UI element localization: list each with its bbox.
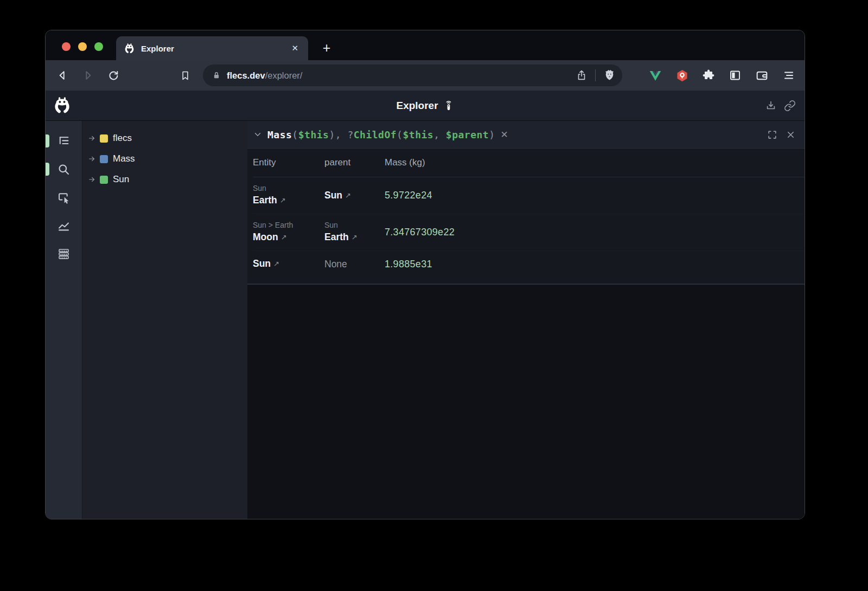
entity-color-swatch <box>100 176 108 184</box>
close-window-button[interactable] <box>62 42 71 51</box>
puzzle-extensions-icon[interactable] <box>701 68 716 82</box>
entity-name: Earth <box>253 195 277 205</box>
chevron-down-icon[interactable] <box>253 130 263 139</box>
tree-view-icon[interactable] <box>56 133 72 149</box>
address-bar[interactable]: flecs.dev/explorer/ <box>203 65 622 86</box>
side-navigation <box>46 121 82 519</box>
page-title: Explorer <box>396 100 438 112</box>
open-entity-arrow-icon[interactable]: ↗ <box>345 191 351 200</box>
entity-link[interactable]: Earth↗ <box>324 230 385 245</box>
browser-tab[interactable]: Explorer ✕ <box>116 36 308 60</box>
entity-color-swatch <box>100 155 108 163</box>
search-icon[interactable] <box>56 161 72 177</box>
url-path: /explorer/ <box>265 70 303 80</box>
entity-name: Earth <box>324 232 349 242</box>
tree-item-label: flecs <box>113 133 132 144</box>
tab-strip: Explorer ✕ + <box>46 30 805 60</box>
expand-arrow-icon[interactable] <box>88 155 97 163</box>
entity-path: Sun <box>253 183 324 194</box>
main-panel: Mass($this), ?ChildOf($this, $parent) ✕ <box>247 121 805 519</box>
tree-item-label: Sun <box>113 174 129 185</box>
open-entity-arrow-icon[interactable]: ↗ <box>281 233 287 241</box>
entity-cell: Sun↗ <box>253 257 324 271</box>
entity-name: Sun <box>324 190 342 201</box>
statistics-icon[interactable] <box>56 217 72 234</box>
content-area: flecsMassSun Mass($this), ?ChildOf($this… <box>46 121 805 519</box>
canvas-background <box>247 285 805 519</box>
app-header: Explorer <box>46 91 805 121</box>
expand-arrow-icon[interactable] <box>88 175 97 184</box>
entity-name: None <box>324 259 347 269</box>
entity-tree: flecsMassSun <box>82 121 247 519</box>
close-panel-icon[interactable] <box>786 130 796 140</box>
tab-favicon-flecs-logo-icon <box>124 43 135 54</box>
tree-item[interactable]: Mass <box>82 149 247 169</box>
tree-item[interactable]: Sun <box>82 169 247 190</box>
query-token: Mass <box>267 129 292 140</box>
query-token: $parent <box>446 129 489 140</box>
browser-toolbar: flecs.dev/explorer/ <box>46 60 805 91</box>
brave-shield-icon[interactable] <box>603 69 616 82</box>
query-token: $this <box>403 129 433 140</box>
column-header: parent <box>324 157 385 168</box>
expand-arrow-icon[interactable] <box>88 134 97 143</box>
copy-link-button[interactable] <box>784 100 796 112</box>
tree-item-label: Mass <box>113 153 135 164</box>
hexagon-extension-icon[interactable] <box>675 68 689 82</box>
tab-title: Explorer <box>141 44 289 53</box>
entity-cell: Sun↗ <box>324 189 385 203</box>
query-token: ), <box>329 129 347 140</box>
entity-cell: SunEarth↗ <box>253 183 324 208</box>
table-row: Sun↗None1.9885e31 <box>253 251 805 277</box>
none-value: None <box>324 258 385 271</box>
entity-link[interactable]: Sun↗ <box>324 189 385 203</box>
query-bar: Mass($this), ?ChildOf($this, $parent) ✕ <box>247 121 805 149</box>
vue-devtools-icon[interactable] <box>648 68 662 82</box>
entity-link[interactable]: Moon↗ <box>253 230 324 245</box>
inspector-icon[interactable] <box>56 189 72 205</box>
mass-value: 7.34767309e22 <box>385 227 805 238</box>
bookmark-icon[interactable] <box>176 66 194 85</box>
query-token: ) <box>489 129 495 140</box>
zoom-window-button[interactable] <box>94 42 103 51</box>
query-token: ChildOf <box>354 129 397 140</box>
browser-window: Explorer ✕ + flecs.dev/exp <box>45 30 805 519</box>
url-text: flecs.dev/explorer/ <box>227 70 576 81</box>
query-expression[interactable]: Mass($this), ?ChildOf($this, $parent) <box>267 129 495 140</box>
clear-query-icon[interactable]: ✕ <box>501 129 508 140</box>
column-header: Entity <box>253 157 324 168</box>
query-token: ? <box>347 129 353 140</box>
entity-cell: None <box>324 258 385 271</box>
sidebar-toggle-icon[interactable] <box>728 68 742 82</box>
query-token: ( <box>397 129 403 140</box>
lock-icon[interactable] <box>212 70 221 80</box>
entity-name: Moon <box>253 232 278 242</box>
reload-button[interactable] <box>104 66 123 85</box>
download-button[interactable] <box>765 100 777 112</box>
entity-link[interactable]: Earth↗ <box>253 194 324 208</box>
minimize-window-button[interactable] <box>78 42 87 51</box>
desktop-background: { "browser": { "tab_title": "Explorer", … <box>0 0 868 591</box>
open-entity-arrow-icon[interactable]: ↗ <box>280 196 286 204</box>
wallet-icon[interactable] <box>755 68 769 82</box>
remote-connection-icon[interactable] <box>443 100 454 111</box>
tab-close-icon[interactable]: ✕ <box>289 42 301 54</box>
mass-value: 1.9885e31 <box>385 259 805 270</box>
entity-path: Sun <box>324 220 385 230</box>
entity-color-swatch <box>100 134 108 143</box>
table-row: SunEarth↗Sun↗5.9722e24 <box>253 177 805 214</box>
entity-link[interactable]: Sun↗ <box>253 257 324 271</box>
open-entity-arrow-icon[interactable]: ↗ <box>352 233 358 241</box>
new-tab-button[interactable]: + <box>317 38 336 57</box>
open-entity-arrow-icon[interactable]: ↗ <box>273 260 279 268</box>
column-header: Mass (kg) <box>385 157 805 168</box>
query-token: , <box>433 129 446 140</box>
share-icon[interactable] <box>576 69 588 81</box>
memory-icon[interactable] <box>56 246 72 262</box>
fullscreen-icon[interactable] <box>767 130 777 140</box>
divider <box>595 69 596 81</box>
back-button[interactable] <box>53 66 72 85</box>
forward-button[interactable] <box>79 66 97 85</box>
menu-icon[interactable] <box>781 68 795 82</box>
tree-item[interactable]: flecs <box>82 128 247 149</box>
